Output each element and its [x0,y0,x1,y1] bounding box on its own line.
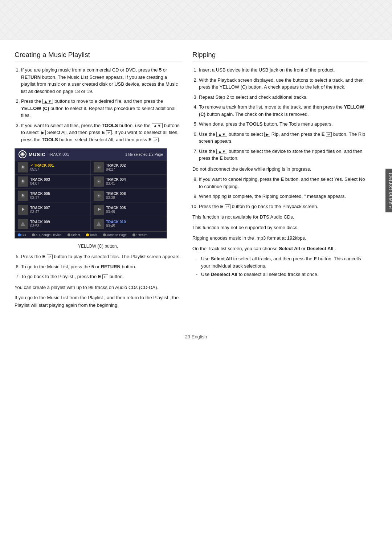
track-thumb-1 [18,162,28,172]
ripping-steps-continued: If you want to cancel ripping, press the… [192,176,367,210]
track-item-010: TRACK 010 03:45 [91,217,167,231]
playing-content-sidebar-tab: Playing Content [385,169,392,212]
step-7: To go back to the Playlist , press the E… [21,273,181,280]
track-name-5: TRACK 005 [30,192,87,196]
ripping-step-7: Use the ▲▼ buttons to select the device … [199,148,367,162]
track-info-5: TRACK 005 03:17 [30,192,87,200]
track-thumb-5 [18,191,28,201]
step-3-text: If you want to select all files, press t… [21,123,179,142]
ripping-step-9: When ripping is complete, the Ripping co… [199,193,367,200]
ripping-step-2-text: With the Playback screen displayed, use … [199,77,364,90]
track-name-6: TRACK 006 [106,192,164,196]
track-info-10: TRACK 010 03:45 [106,220,164,228]
track-time-4: 03:41 [106,182,164,186]
note-dts: This function is not available for DTS A… [192,213,367,221]
track-thumb-3 [18,176,28,187]
music-screen-footer: CD a: Change Device Select Tools Jump to… [15,231,167,238]
track-item-004: TRACK 004 03:41 [91,175,167,189]
step-6-text: To go to the Music List, press the 5 or … [21,264,136,269]
ripping-step-3: Repeat Step 2 to select and check additi… [199,94,367,101]
ripping-step-1-text: Insert a USB device into the USB jack on… [199,67,335,73]
ripping-step-6: Use the ▲▼ buttons to select ▶ Rip, and … [199,131,367,145]
track-thumb-7 [18,205,28,215]
svg-point-11 [98,195,100,197]
ripping-step-9-text: When ripping is complete, the Ripping co… [199,194,346,199]
bullet-select-all: Use Select All to select all tracks, and… [196,255,367,269]
note-do-not-disconnect: Do not disconnect the device while rippi… [192,166,367,173]
step-2-text: Press the ▲▼ buttons to move to a desire… [21,98,176,118]
track-thumb-4 [94,176,104,187]
footer-jump: Jump to Page [103,233,127,237]
step-2: Press the ▲▼ buttons to move to a desire… [21,98,181,119]
track-item-001: ✓ TRACK 001 05:57 [15,160,91,175]
creating-playlist-steps-list: If you are playing music from a commerci… [15,66,181,143]
note-mp3: Ripping encodes music in the .mp3 format… [192,235,367,242]
track-name-7: TRACK 007 [30,206,87,210]
ripping-bullet-notes: Use Select All to select all tracks, and… [192,255,367,278]
track-name-8: TRACK 008 [106,206,164,210]
left-section-title: Creating a Music Playlist [15,51,181,61]
track-name-10: TRACK 010 [106,220,164,224]
step-1-text: If you are playing music from a commerci… [21,67,178,94]
track-time-6: 03:38 [106,196,164,200]
track-time-1: 05:57 [30,167,87,171]
track-item-003: TRACK 003 04:07 [15,175,91,189]
track-thumb-8 [94,205,104,215]
track-name-1: ✓ TRACK 001 [30,163,87,167]
ripping-step-5: When done, press the TOOLS button. The T… [199,121,367,128]
track-item-006: TRACK 006 03:38 [91,189,167,203]
step-3: If you want to select all files, press t… [21,122,181,143]
step-1: If you are playing music from a commerci… [21,66,181,95]
footer-cd: CD [18,233,26,237]
music-screen-screenshot: MUSIC TRACK 001 1 file selected 1/2 Page… [15,148,167,239]
ripping-step-10-text: Press the E ↵ button to go back to the P… [199,204,318,209]
track-item-005: TRACK 005 03:17 [15,189,91,203]
track-thumb-9 [18,219,28,229]
step-5-text: Press the E ↵ button to play the selecte… [21,254,181,259]
ripping-step-4: To remove a track from the list, move to… [199,103,367,118]
bullet-deselect-all: Use Deselect All to deselect all selecte… [196,271,367,278]
track-item-009: TRACK 009 03:53 [15,217,91,231]
note-some-discs: This function may not be supported by so… [192,224,367,232]
track-time-2: 04:27 [106,167,164,171]
ripping-step-4-text: To remove a track from the list, move to… [199,104,364,117]
track-name-2: TRACK 002 [106,163,164,167]
track-name-9: TRACK 009 [30,220,87,224]
track-info-8: TRACK 008 03:49 [106,206,164,214]
music-screen-header: MUSIC TRACK 001 1 file selected 1/2 Page [15,149,167,160]
step-6: To go to the Music List, press the 5 or … [21,263,181,270]
page-number: 23 English [0,334,392,347]
ripping-step-6-text: Use the ▲▼ buttons to select ▶ Rip, and … [199,131,365,144]
track-name-3: TRACK 003 [30,178,87,182]
svg-point-7 [98,181,100,183]
track-item-002: TRACK 002 04:27 [91,160,167,175]
track-item-007: TRACK 007 03:47 [15,203,91,217]
track-info-7: TRACK 007 03:47 [30,206,87,214]
track-thumb-2 [94,162,104,172]
track-time-8: 03:49 [106,210,164,214]
track-time-5: 03:17 [30,196,87,200]
ripping-step-8: If you want to cancel ripping, press the… [199,176,367,190]
track-item-008: TRACK 008 03:49 [91,203,167,217]
track-info-4: TRACK 004 03:41 [106,178,164,186]
footer-change-device: a: Change Device [32,233,62,237]
footer-return: ' Return [132,233,147,237]
footer-tools: Tools [86,233,97,237]
ripping-step-5-text: When done, press the TOOLS button. The T… [199,121,333,127]
music-logo: MUSIC TRACK 001 [19,150,69,158]
ripping-step-7-text: Use the ▲▼ buttons to select the device … [199,149,362,161]
cd-icon [19,150,26,158]
ripping-step-8-text: If you want to cancel ripping, press the… [199,176,365,189]
ripping-step-1: Insert a USB device into the USB jack on… [199,66,367,74]
svg-point-3 [98,167,100,168]
track-time-7: 03:47 [30,210,87,214]
right-section-title: Ripping [192,51,367,61]
track-time-10: 03:45 [106,224,164,228]
track-time-3: 04:07 [30,182,87,186]
track-info-3: TRACK 003 04:07 [30,178,87,186]
note-99tracks: You can create a playlist with up to 99 … [15,284,181,292]
ripping-step-10: Press the E ↵ button to go back to the P… [199,203,367,210]
music-track-label: TRACK 001 [48,152,69,156]
diamond-grid-decoration [0,0,392,40]
track-info-6: TRACK 006 03:38 [106,192,164,200]
